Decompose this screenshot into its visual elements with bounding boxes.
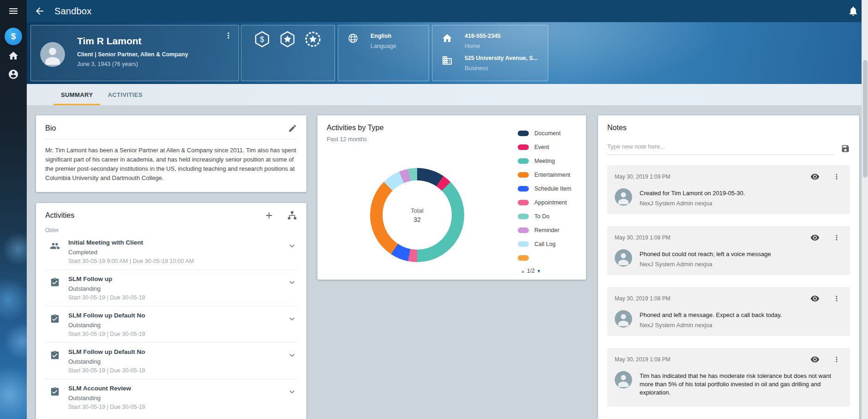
notes-card: Notes May 30, 2019 1:09 PM [598, 115, 859, 419]
legend-item: Entertainment [518, 168, 582, 182]
right-column: Notes May 30, 2019 1:09 PM [598, 115, 859, 419]
note-menu-kebab-icon[interactable] [832, 355, 841, 364]
language-card: English Language [338, 25, 429, 81]
scrollbar-thumb[interactable] [863, 60, 868, 178]
page-title: Sandbox [54, 6, 91, 17]
tab-bar: SUMMARY ACTIVITIES [27, 84, 862, 105]
left-column: Bio Mr. Tim Lamont has been a Senior Par… [36, 115, 306, 419]
activity-item[interactable]: SLM Account Review Outstanding Start 30-… [45, 379, 297, 415]
legend-swatch [518, 214, 529, 219]
dollar-app-icon[interactable]: $ [5, 28, 22, 45]
legend-page-up-icon[interactable]: ▲ [521, 269, 525, 274]
profile-card: Tim R Lamont Client | Senior Partner, Al… [30, 25, 239, 81]
address-value: 525 University Avenue, S... [465, 55, 538, 61]
activity-dates: Start 30-05-19 | Due 30-05-19 [68, 367, 287, 374]
legend-item: Meeting [518, 154, 582, 168]
chevron-down-icon[interactable] [287, 387, 297, 397]
notes-list: May 30, 2019 1:09 PM [607, 165, 850, 407]
note-menu-kebab-icon[interactable] [832, 173, 841, 181]
star-seal-badge-icon[interactable] [304, 30, 322, 48]
legend-swatch [518, 144, 529, 150]
chevron-down-icon[interactable] [287, 241, 297, 251]
legend-item: Call Log [518, 237, 582, 251]
note-item: May 30, 2019 1:08 PM [607, 287, 850, 336]
activity-status: Completed [68, 249, 287, 256]
activity-title: SLM Account Review [68, 385, 287, 392]
note-text: Phoned but could not reach; left a voice… [640, 249, 771, 258]
add-activity-icon[interactable] [264, 210, 274, 221]
activity-status: Outstanding [68, 395, 287, 401]
activities-group-label: Older [45, 227, 297, 233]
task-icon [50, 314, 60, 324]
legend-swatch [518, 172, 529, 178]
note-timestamp: May 30, 2019 1:08 PM [615, 234, 810, 241]
activities-title: Activities [45, 211, 74, 220]
note-timestamp: May 30, 2019 1:09 PM [615, 174, 810, 180]
eye-icon[interactable] [810, 355, 820, 364]
activity-status: Outstanding [68, 285, 287, 292]
dollar-hexagon-badge-icon[interactable]: $ [253, 30, 271, 48]
donut-total-value: 32 [413, 216, 421, 223]
activity-title: SLM Follow up [68, 275, 287, 282]
address-label: Business [465, 65, 538, 72]
activities-by-type-card: Activities by Type Past 12 months Total … [317, 115, 586, 280]
activities-list: Initial Meeting with Client Completed St… [45, 233, 297, 415]
edit-pencil-icon[interactable] [288, 124, 297, 133]
eye-icon[interactable] [810, 233, 820, 242]
phone-number: 416-555-2345 [465, 33, 501, 39]
activity-title: Initial Meeting with Client [68, 239, 287, 246]
legend-swatch [518, 158, 529, 164]
eye-icon[interactable] [810, 294, 820, 303]
note-timestamp: May 30, 2019 1:08 PM [615, 356, 810, 363]
top-app-bar: Sandbox [27, 0, 862, 22]
activity-item[interactable]: SLM Follow up Default No Outstanding Sta… [45, 342, 297, 379]
summary-content: Bio Mr. Tim Lamont has been a Senior Par… [27, 105, 862, 419]
activity-item[interactable]: Initial Meeting with Client Completed St… [45, 233, 297, 269]
building-icon [442, 55, 453, 66]
globe-icon [347, 33, 359, 44]
hamburger-menu-icon[interactable] [8, 6, 19, 17]
chevron-down-icon[interactable] [287, 277, 297, 287]
star-hexagon-badge-icon[interactable] [279, 30, 296, 48]
note-menu-kebab-icon[interactable] [832, 294, 841, 303]
save-note-icon[interactable] [841, 144, 850, 153]
hierarchy-view-icon[interactable] [287, 210, 297, 221]
legend-swatch [518, 255, 529, 261]
language-label: Language [371, 43, 396, 49]
activity-item[interactable]: SLM Follow up Default No Outstanding Sta… [45, 306, 297, 342]
people-icon [50, 241, 60, 251]
home-icon[interactable] [8, 50, 19, 61]
page-scrollbar[interactable] [862, 0, 868, 419]
legend-page-down-icon[interactable]: ▼ [537, 269, 541, 274]
note-author: NexJ System Admin nexjsa [640, 261, 771, 268]
eye-icon[interactable] [810, 172, 820, 181]
note-menu-kebab-icon[interactable] [832, 233, 841, 242]
chevron-down-icon[interactable] [287, 314, 297, 324]
activity-item[interactable]: SLM Follow up Outstanding Start 30-05-19… [45, 269, 297, 306]
profile-menu-kebab-icon[interactable] [224, 31, 233, 40]
tab[interactable]: ACTIVITIES [100, 84, 150, 105]
back-arrow-icon[interactable] [34, 6, 45, 17]
legend-label: Document [534, 130, 561, 137]
legend-swatch [518, 131, 529, 136]
notifications-bell-icon[interactable] [848, 6, 859, 17]
legend-item [518, 251, 582, 261]
activity-dates: Start 30-05-19 | Due 30-05-19 [68, 404, 287, 410]
chevron-down-icon[interactable] [287, 350, 297, 360]
note-author-avatar [615, 371, 632, 389]
new-note-input[interactable] [607, 143, 834, 155]
notes-title: Notes [607, 124, 850, 132]
legend-item: Appointment [518, 196, 582, 210]
legend-swatch [518, 241, 529, 247]
legend-item: Event [518, 140, 582, 154]
legend-label: Appointment [534, 199, 567, 206]
middle-column: Activities by Type Past 12 months Total … [317, 115, 586, 280]
activity-title: SLM Follow up Default No [68, 312, 287, 319]
note-text: Tim has indicated that he has moderate r… [640, 371, 843, 397]
note-text: Created for Tim Lamont on 2019-05-30. [640, 188, 745, 198]
legend-item: Reminder [518, 223, 582, 237]
account-icon[interactable] [8, 69, 19, 80]
note-author: NexJ System Admin nexjsa [640, 200, 745, 207]
tab[interactable]: SUMMARY [54, 84, 100, 105]
note-item: May 30, 2019 1:08 PM [607, 348, 850, 407]
